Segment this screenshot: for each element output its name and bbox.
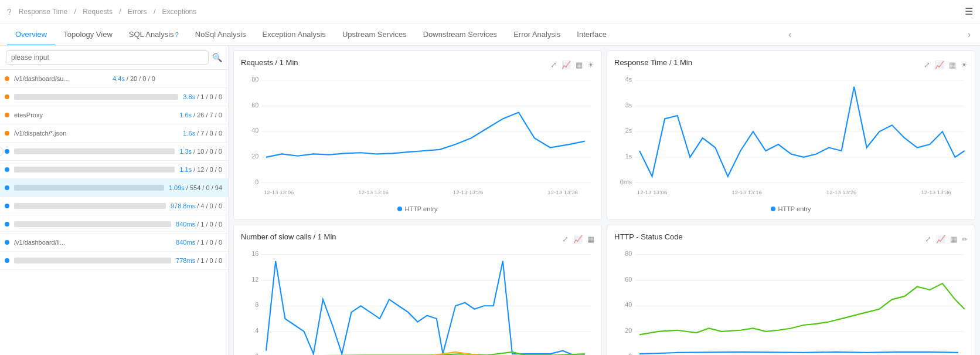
breadcrumb-sep-2: / — [117, 8, 123, 16]
svg-text:12-13 13:06: 12-13 13:06 — [264, 189, 294, 195]
chart-toolbar: ⤢ 📈 ▦ ☀ — [924, 60, 968, 69]
requests-svg: 80 60 40 20 0 12-13 13:06 12-13 13:16 12… — [241, 74, 594, 202]
svg-text:2s: 2s — [625, 127, 632, 134]
breadcrumb-item-4[interactable]: Exceptions — [162, 8, 197, 16]
tab-bar: Overview Topology View SQL Analysis ? No… — [0, 23, 980, 46]
table-icon[interactable]: ▦ — [950, 235, 957, 244]
list-item[interactable]: 3.8s / 1 / 0 / 0 — [0, 88, 228, 106]
breadcrumb-item-3[interactable]: Errors — [128, 8, 147, 16]
chart-area: 80 60 40 20 0 12-13 13:06 12-13 13:16 12… — [614, 248, 968, 355]
line-chart-icon[interactable]: 📈 — [562, 60, 571, 69]
tab-upstream[interactable]: Upstream Services — [334, 24, 415, 46]
svg-text:20: 20 — [251, 153, 258, 160]
line-chart-icon[interactable]: 📈 — [936, 235, 945, 244]
svg-text:20: 20 — [625, 327, 632, 334]
item-stats: 1.6s / 7 / 0 / 0 — [183, 130, 222, 137]
item-stats: 978.8ms / 4 / 0 / 0 — [171, 202, 222, 209]
list-item[interactable]: 1.09s / 554 / 0 / 94 — [0, 179, 228, 197]
item-endpoint: /v1/dispatch/*.json — [14, 130, 178, 137]
chart-header: Response Time / 1 Min ⤢ 📈 ▦ ☀ — [614, 58, 968, 72]
item-endpoint — [14, 185, 164, 191]
header: ? Response Time / Requests / Errors / Ex… — [0, 0, 980, 23]
sidebar-list: /v1/dashboard/su... 4.4s / 20 / 0 / 0 3.… — [0, 70, 228, 355]
sql-help-icon[interactable]: ? — [175, 31, 179, 38]
status-code-svg: 80 60 40 20 0 12-13 13:06 12-13 13:16 12… — [614, 248, 968, 355]
list-item[interactable]: 1.1s / 12 / 0 / 0 — [0, 161, 228, 179]
svg-text:12-13 13:06: 12-13 13:06 — [637, 189, 668, 195]
status-dot — [5, 113, 9, 117]
table-icon[interactable]: ▦ — [949, 60, 956, 69]
svg-text:12-13 13:26: 12-13 13:26 — [453, 189, 484, 195]
svg-text:16: 16 — [251, 250, 258, 257]
svg-text:4: 4 — [255, 327, 258, 334]
list-item[interactable]: 840ms / 1 / 0 / 0 — [0, 215, 228, 234]
status-dot — [5, 222, 9, 226]
tab-error[interactable]: Error Analysis — [505, 24, 569, 46]
tab-next-button[interactable]: › — [965, 29, 973, 40]
item-stats: 1.1s / 12 / 0 / 0 — [179, 166, 222, 173]
tab-overview[interactable]: Overview — [7, 24, 55, 46]
search-input[interactable] — [6, 50, 209, 65]
tab-nosql[interactable]: NoSql Analysis — [187, 24, 254, 46]
svg-text:3s: 3s — [625, 102, 632, 109]
list-item[interactable]: /v1/dashboard/li... 840ms / 1 / 0 / 0 — [0, 234, 228, 252]
settings-icon[interactable]: ☀ — [587, 60, 594, 69]
search-icon[interactable]: 🔍 — [212, 53, 222, 62]
chart-header: HTTP - Status Code ⤢ 📈 ▦ ✏ — [614, 232, 968, 246]
status-code-chart-panel: HTTP - Status Code ⤢ 📈 ▦ ✏ 80 60 40 20 0 — [607, 225, 975, 355]
menu-icon[interactable]: ☰ — [965, 6, 973, 17]
svg-text:80: 80 — [251, 76, 258, 83]
chart-title: Number of slow calls / 1 Min — [241, 232, 336, 241]
list-item[interactable]: etesProxy 1.6s / 26 / 7 / 0 — [0, 106, 228, 124]
svg-text:12-13 13:36: 12-13 13:36 — [547, 189, 578, 195]
settings-icon[interactable]: ☀ — [961, 60, 968, 69]
list-item[interactable]: ‹ 1.3s / 10 / 0 / 0 — [0, 143, 228, 161]
tab-downstream[interactable]: Downstream Services — [415, 24, 505, 46]
tab-prev-button[interactable]: ‹ — [786, 29, 794, 40]
line-chart-icon[interactable]: 📈 — [935, 60, 944, 69]
status-dot — [5, 240, 9, 245]
collapse-button[interactable]: ‹ — [0, 147, 4, 156]
chart-title: Response Time / 1 Min — [614, 58, 692, 67]
list-item[interactable]: /v1/dispatch/*.json 1.6s / 7 / 0 / 0 — [0, 124, 228, 143]
svg-text:60: 60 — [625, 276, 632, 283]
tab-interface[interactable]: Interface — [569, 24, 615, 46]
table-icon[interactable]: ▦ — [587, 235, 594, 244]
expand-icon[interactable]: ⤢ — [925, 235, 931, 244]
list-item[interactable]: /v1/dashboard/su... 4.4s / 20 / 0 / 0 — [0, 70, 228, 88]
tab-sql[interactable]: SQL Analysis ? — [121, 24, 187, 46]
list-item[interactable]: 978.8ms / 4 / 0 / 0 — [0, 197, 228, 215]
chart-legend: HTTP entry — [241, 205, 594, 212]
expand-icon[interactable]: ⤢ — [550, 60, 557, 69]
tab-exception[interactable]: Exception Analysis — [254, 24, 334, 46]
chart-area: 80 60 40 20 0 12-13 13:06 12-13 13:16 12… — [241, 74, 594, 202]
list-item[interactable]: 778ms / 1 / 0 / 0 — [0, 252, 228, 270]
expand-icon[interactable]: ⤢ — [924, 60, 930, 69]
chart-toolbar: ⤢ 📈 ▦ ✏ — [925, 235, 968, 244]
breadcrumb-item-1[interactable]: Response Time — [19, 8, 67, 16]
status-dot — [5, 76, 9, 81]
svg-text:40: 40 — [625, 302, 632, 309]
chart-header: Requests / 1 Min ⤢ 📈 ▦ ☀ — [241, 58, 594, 72]
status-dot — [5, 94, 9, 99]
breadcrumb: Response Time / Requests / Errors / Exce… — [16, 8, 965, 16]
table-icon[interactable]: ▦ — [576, 60, 583, 69]
svg-text:12-13 13:16: 12-13 13:16 — [358, 189, 389, 195]
item-stats: 778ms / 1 / 0 / 0 — [176, 257, 222, 264]
line-chart-icon[interactable]: 📈 — [573, 235, 583, 244]
item-endpoint — [14, 94, 178, 100]
breadcrumb-item-2[interactable]: Requests — [83, 8, 113, 16]
legend-item: HTTP entry — [771, 205, 811, 212]
response-time-svg: 4s 3s 2s 1s 0ms 12-13 13:06 12-13 13:16 … — [614, 74, 968, 202]
help-icon[interactable]: ? — [7, 7, 12, 16]
item-endpoint — [14, 203, 166, 209]
slow-calls-svg: 16 12 8 4 0 12-13 13:06 12-13 13:16 12-1… — [241, 248, 594, 355]
svg-text:40: 40 — [251, 127, 258, 134]
edit-icon[interactable]: ✏ — [962, 235, 968, 244]
svg-text:12-13 13:26: 12-13 13:26 — [826, 189, 857, 195]
svg-text:1s: 1s — [625, 153, 632, 160]
tab-topology[interactable]: Topology View — [55, 24, 121, 46]
breadcrumb-sep-3: / — [152, 8, 158, 16]
expand-icon[interactable]: ⤢ — [562, 235, 569, 244]
item-endpoint — [14, 167, 175, 173]
